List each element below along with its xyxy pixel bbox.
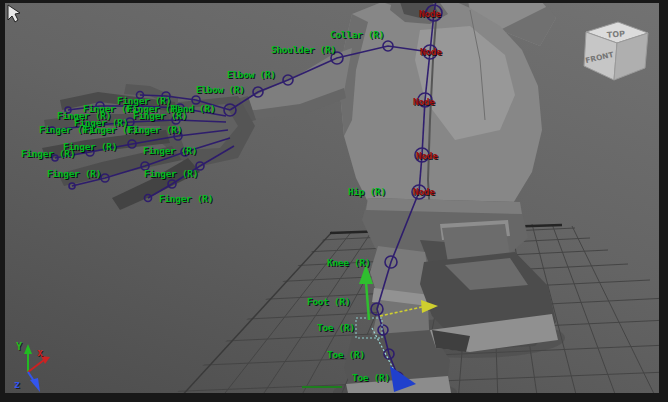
axis-z-arrowhead <box>30 378 40 392</box>
mouse-cursor-icon <box>8 5 20 22</box>
view-cube[interactable]: TOP FRONT <box>584 22 648 80</box>
axis-x-arrow <box>28 360 44 372</box>
axis-x-label: x <box>37 347 43 358</box>
manipulator-y-arrow[interactable] <box>366 282 369 320</box>
viewport-world: TOP FRONT Y x z N <box>5 3 659 393</box>
axis-y-arrowhead <box>24 344 32 354</box>
axis-gizmo[interactable]: Y x z <box>14 341 50 392</box>
axis-z-label: z <box>14 379 20 390</box>
axis-y-label: Y <box>16 341 22 352</box>
viewport-canvas[interactable]: TOP FRONT Y x z <box>5 3 659 393</box>
view-cube-top-label: TOP <box>606 29 625 39</box>
3d-viewport[interactable]: TOP FRONT Y x z N <box>5 3 659 393</box>
application-window: TOP FRONT Y x z N <box>0 0 668 402</box>
